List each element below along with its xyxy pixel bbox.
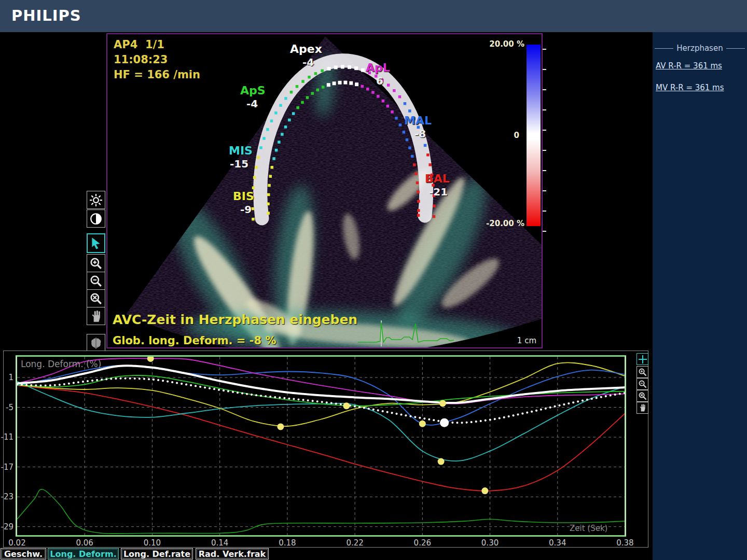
- colorbar-tick: [543, 190, 546, 191]
- x-tick-label: 0.14: [208, 538, 232, 548]
- tab-long-deform[interactable]: Long. Deform.: [48, 548, 119, 559]
- segment-label-mis: MIS: [229, 144, 253, 157]
- strain-colorbar: [527, 45, 541, 226]
- x-tick-label: 0.26: [410, 538, 435, 548]
- segment-value-bal: -21: [429, 186, 448, 198]
- zoom-in-button[interactable]: [87, 254, 105, 272]
- segment-label-bis: BIS: [233, 190, 254, 203]
- zoom-in-icon: [89, 257, 103, 270]
- strain-curves: [17, 357, 625, 535]
- zoom-out-button[interactable]: [87, 272, 105, 290]
- x-tick-label: 0.18: [275, 538, 300, 548]
- segment-value-aps: -4: [246, 97, 258, 110]
- chart-title: Long. Deform. (%): [21, 359, 101, 369]
- heart-model-button[interactable]: [87, 334, 105, 352]
- panel-header: Herzphasen: [655, 44, 745, 53]
- zoom-off-button[interactable]: [87, 289, 105, 307]
- ultrasound-image[interactable]: AP4 1/111:08:23HF = 166 /min AVC-Zeit in…: [106, 33, 543, 348]
- curve-ekg: [17, 489, 625, 534]
- colorbar-tick: [543, 170, 546, 171]
- mv-rr-link[interactable]: MV R-R = 361 ms: [656, 83, 747, 92]
- peak-marker: [419, 421, 426, 427]
- curve-aps: [17, 375, 625, 406]
- contrast-icon: [89, 212, 103, 226]
- tab-long-def-rate[interactable]: Long. Def.rate: [121, 548, 193, 559]
- peak-marker: [481, 487, 488, 494]
- cursor-icon: [89, 236, 103, 250]
- zoom-out-icon: [89, 274, 103, 288]
- colorbar-tick: [543, 211, 546, 212]
- colorbar-min-label: -20.00 %: [475, 219, 524, 228]
- peak-marker: [439, 400, 446, 407]
- peak-marker: [277, 423, 284, 430]
- segment-value-mis: -15: [230, 158, 248, 170]
- divider: [655, 48, 673, 49]
- y-tick-label: 1: [0, 373, 13, 382]
- zoom-in-icon: [638, 368, 647, 376]
- pan-icon: [89, 310, 103, 323]
- x-tick-label: 0.06: [72, 538, 97, 548]
- colorbar-tick: [543, 69, 546, 70]
- chart-zoom-off-button[interactable]: [637, 390, 648, 402]
- global-strain-value: Glob. long. Deform. = -8 %: [113, 334, 276, 347]
- segment-value-bis: -9: [240, 203, 252, 216]
- curve-bal: [17, 385, 625, 491]
- global-peak-marker: [440, 418, 449, 427]
- colorbar-tick: [543, 109, 546, 110]
- y-tick-label: -11: [0, 432, 13, 442]
- contrast-button[interactable]: [87, 209, 105, 228]
- tab-geschw[interactable]: Geschw.: [1, 548, 46, 559]
- segment-label-apex: Apex: [290, 43, 322, 55]
- colorbar-tick: [543, 49, 546, 50]
- divider: [726, 48, 745, 49]
- segment-label-mal: MAL: [404, 114, 432, 127]
- x-tick-label: 0.10: [140, 538, 164, 548]
- acquisition-info: AP4 1/111:08:23HF = 166 /min: [114, 37, 200, 82]
- crosshair-icon: [638, 355, 647, 364]
- zoom-off-icon: [638, 391, 647, 400]
- chart-pan-button[interactable]: [637, 402, 648, 414]
- pan-icon: [638, 403, 647, 412]
- segment-value-apex: -4: [302, 56, 314, 68]
- brightness-button[interactable]: [87, 191, 105, 209]
- x-tick-label: 0.22: [342, 538, 367, 548]
- colorbar-tick: [543, 231, 546, 232]
- heart-model-icon: [89, 337, 103, 350]
- brightness-icon: [89, 193, 103, 207]
- cursor-tool-button[interactable]: [87, 233, 105, 253]
- chart-zoom-out-button[interactable]: [637, 378, 648, 390]
- panel-title: Herzphasen: [673, 44, 726, 53]
- x-tick-label: 0.38: [613, 538, 638, 548]
- x-axis-title: Zeit (Sek): [570, 524, 607, 533]
- y-tick-label: -23: [0, 492, 13, 501]
- y-tick-label: -17: [0, 463, 13, 472]
- segment-label-bal: BAL: [425, 172, 450, 185]
- av-rr-link[interactable]: AV R-R = 361 ms: [656, 61, 747, 71]
- segment-value-mal: -8: [414, 128, 426, 140]
- x-tick-label: 0.34: [545, 538, 570, 548]
- segment-value-apl: 6: [376, 75, 383, 87]
- colorbar-zero-label: 0: [495, 131, 519, 140]
- crosshair-button[interactable]: [637, 353, 648, 365]
- peak-marker: [147, 357, 154, 362]
- chart-zoom-in-button[interactable]: [637, 366, 648, 378]
- tab-rad-verk-frak[interactable]: Rad. Verk.frak: [196, 548, 269, 559]
- scale-label: 1 cm: [517, 336, 536, 345]
- philips-logo: PHILIPS: [11, 7, 81, 24]
- colorbar-tick: [543, 89, 546, 90]
- colorbar-tick: [543, 150, 546, 151]
- y-tick-label: -29: [0, 522, 13, 531]
- zoom-out-icon: [638, 380, 647, 388]
- strain-plot[interactable]: Zeit (Sek): [16, 355, 626, 537]
- segment-label-aps: ApS: [240, 84, 266, 97]
- segment-label-apl: ApL: [366, 61, 390, 74]
- colorbar-max-label: 20.00 %: [480, 39, 524, 49]
- colorbar-tick: [543, 130, 546, 131]
- top-bar: PHILIPS: [0, 0, 747, 32]
- y-tick-label: -5: [0, 403, 13, 412]
- zoom-off-icon: [89, 292, 103, 305]
- avc-message: AVC-Zeit in Herzphasen eingeben: [113, 312, 357, 327]
- peak-marker: [343, 402, 350, 409]
- herzphasen-panel: Herzphasen AV R-R = 361 ms MV R-R = 361 …: [653, 32, 747, 560]
- pan-button[interactable]: [87, 307, 105, 325]
